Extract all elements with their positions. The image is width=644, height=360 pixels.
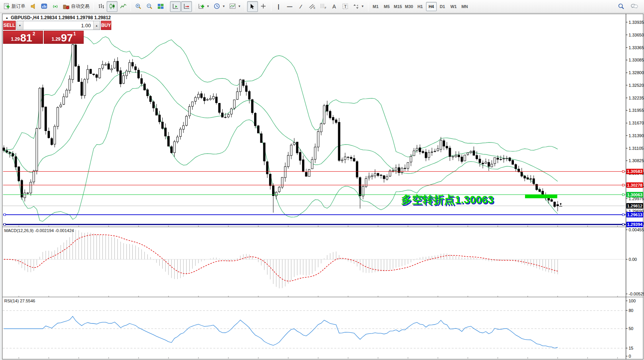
toolbar: 新订单 自动交易 [0, 0, 644, 13]
tf-h1[interactable]: H1 [415, 2, 426, 11]
svg-text:1.29613: 1.29613 [627, 212, 642, 217]
sound-icon [30, 3, 36, 10]
new-order-button[interactable]: 新订单 [2, 1, 27, 12]
auto-trading-button[interactable]: 自动交易 [61, 1, 91, 12]
volume-input[interactable] [23, 21, 93, 30]
periods-icon [214, 3, 220, 10]
auto-trading-label: 自动交易 [71, 3, 89, 10]
svg-text:80: 80 [629, 308, 633, 313]
macd-label: MACD(12,26,9) -0.002194 -0.001424 [4, 228, 74, 233]
tf-w1[interactable]: W1 [448, 2, 459, 11]
bar-chart-button[interactable] [96, 1, 106, 12]
line-handle[interactable] [4, 224, 6, 226]
sell-button[interactable]: SELL [3, 21, 16, 30]
application-window: 新订单 自动交易 [0, 0, 644, 360]
text-button[interactable]: A [329, 1, 340, 12]
chevron-down-icon: ▼ [206, 5, 210, 8]
buy-button[interactable]: BUY [101, 21, 111, 30]
zoom-in-button[interactable] [133, 1, 144, 12]
svg-text:1.33935: 1.33935 [629, 20, 644, 25]
zoom-out-icon [146, 3, 153, 10]
separator [271, 2, 271, 11]
templates-button[interactable]: ▼ [228, 1, 243, 12]
separator [245, 2, 245, 11]
crosshair-button[interactable] [258, 1, 269, 12]
candlestick-chart-button[interactable] [107, 1, 117, 12]
tile-windows-icon [157, 3, 164, 10]
separator [130, 2, 131, 11]
buy-price-box[interactable]: 1.29 97 1 [44, 31, 84, 44]
tf-m5[interactable]: M5 [381, 2, 392, 11]
periods-button[interactable]: ▼ [212, 1, 227, 12]
cursor-button[interactable] [247, 1, 258, 12]
equidistant-channel-button[interactable]: E [307, 1, 317, 12]
highlight-bar[interactable] [525, 194, 557, 198]
line-handle[interactable] [623, 194, 624, 196]
add-indicator-button[interactable]: ▼ [196, 1, 211, 12]
zoom-in-icon [135, 3, 142, 10]
line-handle[interactable] [623, 171, 624, 173]
vertical-line-button[interactable]: | [273, 1, 284, 12]
signals-button[interactable] [50, 1, 61, 12]
buy-price-prefix: 1.29 [51, 37, 60, 41]
chevron-down-icon: ▼ [238, 5, 241, 8]
collapse-icon[interactable]: ▲ [5, 16, 8, 20]
tf-h4[interactable]: H4 [426, 2, 437, 11]
chat-button[interactable] [629, 1, 640, 12]
search-icon [618, 3, 624, 10]
svg-text:1.29394: 1.29394 [627, 222, 643, 227]
svg-text:T: T [344, 4, 347, 9]
chart-canvas[interactable]: 多空转折点1.30063多空转折点1.300631.339351.336501.… [0, 0, 644, 360]
separator [93, 2, 94, 11]
search-button[interactable] [616, 1, 626, 12]
svg-text:-0.005295: -0.005295 [629, 292, 644, 296]
sell-price-prefix: 1.29 [11, 37, 20, 41]
auto-scroll-button[interactable] [170, 1, 181, 12]
volume-increase-button[interactable]: ▲ [93, 21, 100, 30]
sell-price-box[interactable]: 1.29 81 2 [3, 31, 43, 44]
tf-mn[interactable]: MN [459, 2, 470, 11]
svg-text:1.33650: 1.33650 [629, 33, 644, 37]
svg-text:1.32520: 1.32520 [629, 83, 644, 88]
line-handle[interactable] [4, 214, 6, 216]
line-chart-icon [120, 3, 127, 10]
zoom-out-button[interactable] [144, 1, 155, 12]
text-label-button[interactable]: T [340, 1, 351, 12]
equidistant-channel-icon: E [309, 3, 315, 10]
fibonacci-button[interactable]: F [318, 1, 329, 12]
tile-windows-button[interactable] [155, 1, 166, 12]
svg-text:1.30825: 1.30825 [629, 158, 644, 163]
svg-text:1.33085: 1.33085 [629, 58, 644, 62]
volume-decrease-button[interactable]: ▼ [17, 21, 23, 30]
separator [168, 2, 168, 11]
svg-text:0.004551: 0.004551 [629, 227, 644, 232]
separator [368, 2, 368, 11]
new-order-icon [3, 3, 10, 10]
market-watch-button[interactable] [39, 1, 50, 12]
svg-text:0: 0 [629, 354, 631, 358]
tf-m30[interactable]: M30 [404, 2, 414, 11]
svg-text:F: F [325, 7, 326, 9]
chart-title: ▲ GBPUSD-,H4 1.29834 1.29894 1.29798 1.2… [5, 15, 111, 20]
line-handle[interactable] [623, 224, 624, 226]
annotation-text[interactable]: 多空转折点1.30063 [401, 194, 494, 206]
svg-text:E: E [314, 7, 315, 9]
horizontal-line-button[interactable]: — [284, 1, 295, 12]
line-chart-button[interactable] [118, 1, 129, 12]
tf-m1[interactable]: M1 [370, 2, 381, 11]
svg-text:1.32800: 1.32800 [629, 70, 644, 75]
rsi-label: RSI(14) 27.5546 [4, 299, 35, 303]
trendline-button[interactable]: ∕ [296, 1, 306, 12]
svg-text:1.31390: 1.31390 [629, 133, 644, 138]
tf-d1[interactable]: D1 [437, 2, 448, 11]
sound-button[interactable] [28, 1, 38, 12]
line-handle[interactable] [623, 184, 624, 186]
chart-shift-button[interactable] [181, 1, 192, 12]
line-handle[interactable] [623, 214, 624, 216]
arrows-button[interactable]: ▼ [351, 1, 366, 12]
chart-title-text: GBPUSD-,H4 1.29834 1.29894 1.29798 1.298… [11, 15, 111, 20]
svg-text:100: 100 [629, 299, 636, 303]
templates-icon [230, 3, 236, 10]
add-indicator-icon [198, 3, 205, 10]
tf-m15[interactable]: M15 [393, 2, 403, 11]
